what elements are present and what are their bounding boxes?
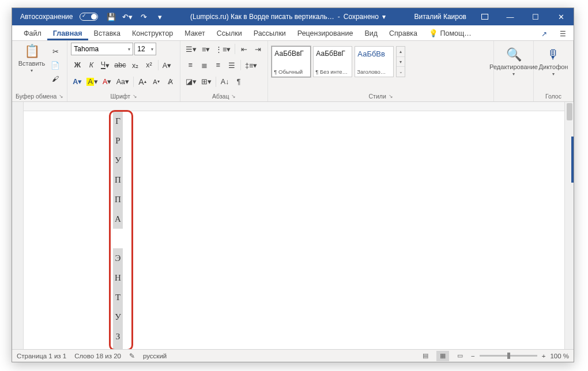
align-left-button[interactable]: ≡ [184, 59, 197, 71]
font-dialog-icon[interactable]: ↘ [133, 93, 137, 99]
tab-design[interactable]: Конструктор [126, 27, 179, 40]
minimize-button[interactable]: — [497, 8, 523, 25]
style-no-spacing[interactable]: АаБбВвГ ¶ Без инте… [313, 46, 352, 77]
status-page[interactable]: Страница 1 из 1 [17, 353, 66, 359]
tab-review[interactable]: Рецензирование [292, 27, 359, 40]
zoom-out-button[interactable]: − [471, 353, 475, 359]
tab-tellme[interactable]: 💡 Помощ… [423, 26, 477, 40]
borders-button[interactable]: ⊞▾ [199, 75, 213, 88]
zoom-level[interactable]: 100 % [550, 353, 569, 359]
underline-button[interactable]: Ч▾ [99, 59, 111, 71]
dictate-button[interactable]: 🎙 Диктофон ▾ [537, 46, 570, 78]
highlight-button[interactable]: A▾ [85, 75, 99, 88]
group-clipboard: 📋 Вставить ▾ ✂ 📄 🖌 Буфер обмена↘ [12, 41, 67, 101]
undo-icon[interactable]: ↶▾ [120, 9, 135, 25]
group-label-clipboard: Буфер обмена [16, 93, 56, 100]
group-styles: АаБбВвГ ¶ Обычный АаБбВвГ ¶ Без инте… Аа… [268, 41, 494, 101]
tab-view[interactable]: Вид [359, 27, 383, 40]
tab-references[interactable]: Ссылки [211, 27, 248, 40]
tab-mailings[interactable]: Рассылки [248, 27, 292, 40]
saved-status: Сохранено [344, 13, 379, 21]
italic-button[interactable]: К [85, 59, 97, 71]
grow-font-button[interactable]: A▴ [136, 75, 149, 88]
font-size-combo[interactable]: 12▾ [134, 43, 156, 55]
style-heading1[interactable]: АаБбВв Заголово… [355, 46, 394, 77]
format-painter-icon[interactable]: 🖌 [49, 73, 62, 85]
autosave-toggle[interactable] [80, 13, 98, 21]
shading-button[interactable]: ◪▾ [184, 75, 198, 88]
bold-button[interactable]: Ж [71, 59, 84, 71]
comments-button[interactable]: ☰ [555, 28, 570, 40]
share-button[interactable]: ↗ [537, 28, 552, 40]
paste-button[interactable]: 📋 Вставить ▾ [16, 43, 48, 74]
quick-access-toolbar: 💾 ↶▾ ↷ ▾ [104, 9, 167, 25]
pilcrow-button[interactable]: ¶ [232, 75, 245, 88]
tab-insert[interactable]: Вставка [88, 27, 126, 40]
multilevel-button[interactable]: ⋮≡▾ [213, 43, 232, 55]
align-right-button[interactable]: ≡ [212, 59, 224, 71]
close-button[interactable]: ✕ [548, 8, 574, 25]
vertical-text-selection[interactable]: ГРУППАЭНТУЗи [113, 111, 123, 349]
user-name[interactable]: Виталий Каиров [408, 13, 472, 21]
shrink-font-button[interactable]: A▾ [150, 75, 163, 88]
vertical-char: А [113, 209, 123, 229]
titlebar: Автосохранение 💾 ↶▾ ↷ ▾ (Lumpics.ru) Как… [12, 8, 574, 25]
status-proofing-icon[interactable]: ✎ [129, 352, 135, 360]
qat-more-icon[interactable]: ▾ [152, 9, 167, 25]
increase-indent-button[interactable]: ⇥ [251, 43, 264, 55]
editing-button[interactable]: 🔍 Редактирование ▾ [497, 46, 530, 78]
save-icon[interactable]: 💾 [104, 9, 119, 25]
numbering-button[interactable]: ≡▾ [199, 43, 212, 55]
status-bar: Страница 1 из 1 Слово 18 из 20 ✎ русский… [12, 349, 574, 362]
tab-help[interactable]: Справка [383, 27, 423, 40]
vertical-ruler[interactable] [12, 102, 24, 349]
vertical-scrollbar[interactable] [564, 102, 574, 349]
decrease-indent-button[interactable]: ⇤ [238, 43, 250, 55]
justify-button[interactable]: ☰ [225, 59, 238, 71]
view-web-icon[interactable]: ▭ [454, 351, 466, 361]
vertical-char: Р [113, 131, 123, 150]
zoom-in-button[interactable]: + [542, 353, 546, 359]
strike-button[interactable]: abc [112, 59, 127, 71]
font-color-button[interactable]: A▾ [101, 75, 114, 88]
font-effects-button[interactable]: A▾ [71, 75, 84, 88]
ribbon-display-icon[interactable] [472, 8, 497, 25]
paragraph-dialog-icon[interactable]: ↘ [231, 93, 236, 99]
tab-layout[interactable]: Макет [179, 27, 210, 40]
clipboard-dialog-icon[interactable]: ↘ [59, 93, 63, 99]
vertical-char: Н [113, 268, 123, 287]
redo-icon[interactable]: ↷ [136, 9, 151, 25]
maximize-button[interactable]: ☐ [523, 8, 548, 25]
styles-gallery-more[interactable]: ▴▾⌄ [396, 46, 405, 77]
style-normal[interactable]: АаБбВвГ ¶ Обычный [272, 46, 311, 77]
subscript-button[interactable]: x₂ [129, 59, 142, 71]
scrollbar-thumb[interactable] [567, 103, 572, 120]
status-words[interactable]: Слово 18 из 20 [74, 353, 121, 359]
zoom-slider[interactable] [480, 355, 537, 357]
cut-icon[interactable]: ✂ [49, 45, 62, 58]
align-center-button[interactable]: ≣ [198, 59, 210, 71]
text-effects-button[interactable]: A▾ [161, 59, 174, 71]
tab-home[interactable]: Главная [47, 27, 88, 40]
superscript-button[interactable]: x² [143, 59, 156, 71]
clipboard-icon: 📋 [24, 44, 40, 59]
font-name-combo[interactable]: Tahoma▾ [71, 43, 133, 55]
document-page[interactable]: ГРУППАЭНТУЗи [24, 111, 564, 349]
horizontal-ruler[interactable] [24, 102, 564, 111]
bullets-button[interactable]: ☰▾ [184, 43, 198, 55]
sort-button[interactable]: А↓ [218, 75, 231, 88]
styles-dialog-icon[interactable]: ↘ [389, 93, 393, 99]
vertical-char: Э [113, 248, 123, 268]
view-print-icon[interactable]: ▦ [436, 351, 449, 361]
clear-formatting-button[interactable]: A̷ [164, 75, 176, 88]
vertical-char [113, 229, 123, 248]
view-read-icon[interactable]: ▤ [419, 351, 432, 361]
line-spacing-button[interactable]: ‡≡▾ [243, 59, 259, 71]
search-icon: 🔍 [506, 47, 522, 62]
ribbon: 📋 Вставить ▾ ✂ 📄 🖌 Буфер обмена↘ Tahoma▾… [12, 41, 574, 102]
app-window: Автосохранение 💾 ↶▾ ↷ ▾ (Lumpics.ru) Как… [12, 7, 574, 362]
tab-file[interactable]: Файл [18, 27, 47, 40]
change-case-button[interactable]: Aa▾ [115, 75, 131, 88]
copy-icon[interactable]: 📄 [49, 59, 62, 71]
status-language[interactable]: русский [143, 353, 167, 359]
